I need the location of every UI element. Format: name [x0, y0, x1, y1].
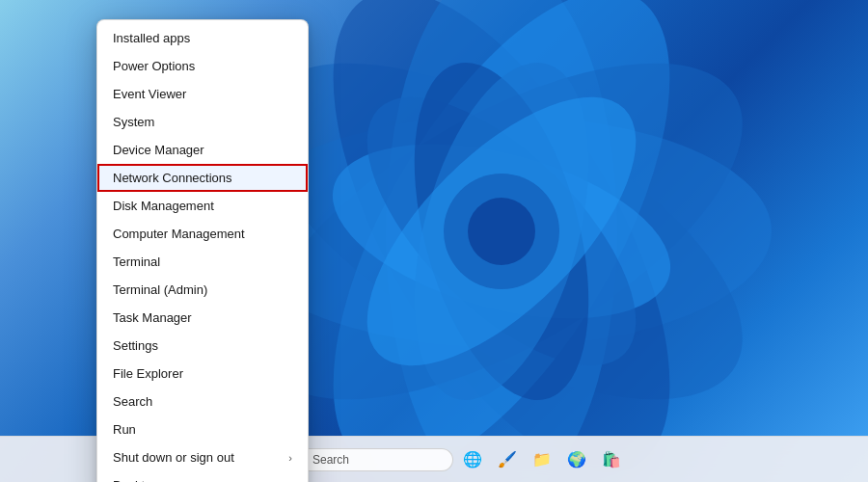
menu-item-computer-management[interactable]: Computer Management — [97, 220, 308, 248]
submenu-chevron-shut-down: › — [288, 452, 292, 464]
menu-item-terminal[interactable]: Terminal — [97, 248, 308, 276]
menu-item-settings[interactable]: Settings — [97, 332, 308, 360]
menu-item-label-disk-management: Disk Management — [113, 199, 214, 213]
menu-item-system[interactable]: System — [97, 108, 308, 136]
search-label: Search — [312, 453, 349, 467]
context-menu: Installed appsPower OptionsEvent ViewerS… — [96, 19, 309, 482]
menu-item-label-device-manager: Device Manager — [113, 143, 204, 157]
menu-item-disk-management[interactable]: Disk Management — [97, 192, 308, 220]
menu-item-label-settings: Settings — [113, 338, 158, 353]
menu-item-device-manager[interactable]: Device Manager — [97, 136, 308, 164]
menu-item-label-event-viewer: Event Viewer — [113, 87, 186, 101]
menu-item-label-shut-down: Shut down or sign out — [113, 450, 234, 465]
menu-item-desktop[interactable]: Desktop — [97, 471, 308, 482]
menu-item-label-terminal-admin: Terminal (Admin) — [113, 282, 207, 297]
svg-point-12 — [468, 198, 535, 265]
menu-item-label-system: System — [113, 115, 154, 129]
menu-item-run[interactable]: Run — [97, 415, 308, 443]
globe-icon[interactable]: 🌐 — [457, 444, 488, 475]
menu-item-terminal-admin[interactable]: Terminal (Admin) — [97, 276, 308, 304]
menu-item-label-search: Search — [113, 394, 152, 409]
menu-item-label-power-options: Power Options — [113, 59, 195, 73]
menu-item-installed-apps[interactable]: Installed apps — [97, 24, 308, 52]
menu-item-search[interactable]: Search — [97, 388, 308, 415]
menu-item-event-viewer[interactable]: Event Viewer — [97, 80, 308, 108]
menu-item-shut-down[interactable]: Shut down or sign out› — [97, 443, 308, 471]
menu-item-label-computer-management: Computer Management — [113, 227, 245, 241]
menu-item-label-terminal: Terminal — [113, 254, 160, 269]
brush-icon[interactable]: 🖌️ — [492, 444, 523, 475]
menu-item-label-desktop: Desktop — [113, 478, 159, 482]
menu-item-network-connections[interactable]: Network Connections — [97, 164, 308, 192]
store-icon[interactable]: 🛍️ — [596, 444, 627, 475]
menu-item-label-file-explorer: File Explorer — [113, 366, 183, 381]
desktop: Installed appsPower OptionsEvent ViewerS… — [0, 0, 868, 482]
menu-item-label-run: Run — [113, 422, 136, 437]
file-explorer-icon[interactable]: 📁 — [527, 444, 557, 475]
menu-item-label-network-connections: Network Connections — [113, 171, 232, 185]
chrome-icon[interactable]: 🌍 — [561, 444, 592, 475]
menu-item-file-explorer[interactable]: File Explorer — [97, 360, 308, 388]
menu-item-task-manager[interactable]: Task Manager — [97, 304, 308, 332]
menu-item-power-options[interactable]: Power Options — [97, 52, 308, 80]
menu-item-label-task-manager: Task Manager — [113, 310, 192, 325]
menu-item-label-installed-apps: Installed apps — [113, 31, 190, 45]
